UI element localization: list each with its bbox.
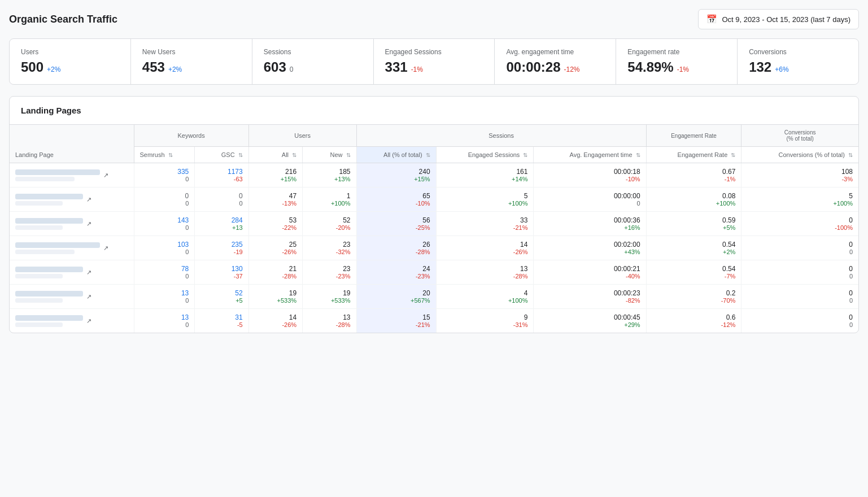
external-link-icon-0[interactable]: ↗: [103, 172, 108, 179]
td-engagement-rate-5: 0.2 -70%: [646, 285, 741, 309]
users-new-delta-2: -20%: [308, 224, 350, 231]
card-label-2: Sessions: [264, 48, 362, 56]
sessions-all-delta-4: -23%: [363, 273, 430, 280]
td-engaged-sessions-6: 9 -31%: [436, 309, 534, 333]
conversions-delta-5: 0: [747, 297, 853, 304]
sessions-all-value-1: 65: [363, 192, 430, 200]
header: Organic Search Traffic 📅 Oct 9, 2023 - O…: [9, 9, 859, 29]
users-all-delta-5: +533%: [255, 297, 296, 304]
external-link-icon-1[interactable]: ↗: [86, 196, 91, 203]
users-new-value-1: 1: [308, 192, 350, 200]
td-engaged-sessions-0: 161 +14%: [436, 163, 534, 188]
card-value-1: 453: [142, 59, 165, 75]
card-value-row-4: 00:00:28 -12%: [506, 59, 604, 75]
users-all-delta-4: -28%: [255, 273, 296, 280]
conversions-value-3: 0: [747, 241, 853, 249]
engaged-sessions-value-2: 33: [442, 216, 528, 224]
td-sessions-all-1: 65 -10%: [356, 188, 436, 212]
sessions-all-value-0: 240: [363, 168, 430, 176]
engagement-rate-delta-4: -7%: [652, 273, 736, 280]
sessions-all-delta-6: -21%: [363, 321, 430, 328]
td-users-new-2: 52 -20%: [303, 212, 356, 236]
summary-card-5: Engagement rate 54.89% -1%: [616, 39, 738, 84]
semrush-col-header[interactable]: Semrush ⇅: [134, 147, 195, 163]
td-landing-page-2: ↗: [10, 212, 134, 236]
users-new-value-4: 23: [308, 265, 350, 273]
td-engagement-rate-6: 0.6 -12%: [646, 309, 741, 333]
td-gsc-6: 31 -5: [195, 309, 248, 333]
engagement-rate-delta-5: -70%: [652, 297, 736, 304]
avg-engagement-col-header[interactable]: Avg. Engagement time ⇅: [534, 147, 646, 163]
card-value-row-1: 453 +2%: [142, 59, 241, 75]
semrush-delta-5: 0: [140, 297, 189, 304]
external-link-icon-6[interactable]: ↗: [86, 317, 91, 325]
gsc-value-5: 52: [200, 289, 242, 297]
users-new-col-header[interactable]: New ⇅: [303, 147, 356, 163]
td-engagement-rate-2: 0.59 +5%: [646, 212, 741, 236]
date-range-button[interactable]: 📅 Oct 9, 2023 - Oct 15, 2023 (last 7 day…: [698, 9, 859, 29]
sessions-all-col-header[interactable]: All (% of total) ⇅: [356, 147, 436, 163]
engaged-sessions-delta-4: -28%: [442, 273, 528, 280]
users-all-value-6: 14: [255, 313, 296, 321]
external-link-icon-5[interactable]: ↗: [86, 293, 91, 300]
users-all-col-header[interactable]: All ⇅: [248, 147, 302, 163]
conversions-value-5: 0: [747, 289, 853, 297]
avg-engagement-value-2: 00:00:36: [539, 216, 640, 224]
external-link-icon-2[interactable]: ↗: [86, 220, 91, 228]
card-label-6: Conversions: [749, 48, 847, 56]
summary-card-3: Engaged Sessions 331 -1%: [374, 39, 495, 84]
td-conversions-0: 108 -3%: [741, 163, 858, 188]
semrush-value-0: 335: [140, 168, 189, 176]
td-users-new-0: 185 +13%: [303, 163, 356, 188]
users-new-delta-3: -32%: [308, 249, 350, 255]
semrush-value-4: 78: [140, 265, 189, 273]
engaged-sessions-delta-1: +100%: [442, 200, 528, 207]
col-group-header-row: Landing Page Keywords Users Sessions Eng…: [10, 125, 858, 147]
users-new-value-2: 52: [308, 216, 350, 224]
td-gsc-4: 130 -37: [195, 260, 248, 285]
td-semrush-0: 335 0: [134, 163, 195, 188]
gsc-delta-3: -19: [200, 249, 242, 255]
card-value-row-6: 132 +6%: [749, 59, 847, 75]
users-all-delta-1: -13%: [255, 200, 296, 207]
engagement-rate-value-6: 0.6: [652, 313, 736, 321]
summary-card-4: Avg. engagement time 00:00:28 -12%: [495, 39, 616, 84]
gsc-col-header[interactable]: GSC ⇅: [195, 147, 248, 163]
td-sessions-all-3: 26 -28%: [356, 236, 436, 260]
engaged-sessions-delta-6: -31%: [442, 321, 528, 328]
users-new-value-5: 19: [308, 289, 350, 297]
td-engaged-sessions-4: 13 -28%: [436, 260, 534, 285]
conversions-value-1: 5: [747, 192, 853, 200]
avg-engagement-delta-5: -82%: [539, 297, 640, 304]
engaged-sessions-delta-2: -21%: [442, 224, 528, 231]
conversions-delta-4: 0: [747, 273, 853, 280]
card-label-5: Engagement rate: [627, 48, 726, 56]
avg-engagement-value-6: 00:00:45: [539, 313, 640, 321]
td-users-all-6: 14 -26%: [248, 309, 302, 333]
table-row: ↗ 13 0 52 +5 19 +533% 19 +533% 20 +567% …: [10, 285, 858, 309]
users-all-delta-6: -26%: [255, 321, 296, 328]
engagement-rate-delta-6: -12%: [652, 321, 736, 328]
gsc-delta-5: +5: [200, 297, 242, 304]
conversions-delta-0: -3%: [747, 176, 853, 182]
td-avg-engagement-1: 00:00:00 0: [534, 188, 646, 212]
semrush-delta-6: 0: [140, 321, 189, 328]
engagement-rate-col-header[interactable]: Engagement Rate ⇅: [646, 147, 741, 163]
td-users-new-4: 23 -23%: [303, 260, 356, 285]
sessions-all-delta-2: -25%: [363, 224, 430, 231]
engaged-sessions-col-header[interactable]: Engaged Sessions ⇅: [436, 147, 534, 163]
card-value-3: 331: [385, 59, 408, 75]
table-container: Landing Page Keywords Users Sessions Eng…: [10, 125, 858, 333]
calendar-icon: 📅: [706, 14, 717, 24]
td-engaged-sessions-1: 5 +100%: [436, 188, 534, 212]
semrush-delta-0: 0: [140, 176, 189, 182]
external-link-icon-4[interactable]: ↗: [86, 269, 91, 276]
td-gsc-0: 1173 -63: [195, 163, 248, 188]
semrush-delta-1: 0: [140, 200, 189, 207]
conversions-col-header[interactable]: Conversions (% of total) ⇅: [741, 147, 858, 163]
col-sub-header-row: Semrush ⇅ GSC ⇅ All ⇅ New ⇅ All (% of to…: [10, 147, 858, 163]
card-delta-6: +6%: [775, 66, 788, 73]
conversions-value-2: 0: [747, 216, 853, 224]
external-link-icon-3[interactable]: ↗: [103, 245, 108, 252]
avg-engagement-value-5: 00:00:23: [539, 289, 640, 297]
